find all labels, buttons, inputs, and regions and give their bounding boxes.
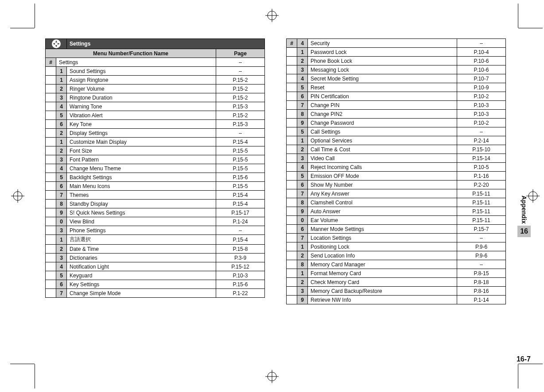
row-number: 0 [297, 216, 308, 225]
col-header-menu: Menu Number/Function Name [46, 49, 216, 58]
table-row: 3DictionariesP.3-9 [46, 254, 265, 262]
row-spacer [46, 85, 56, 93]
row-page: P.10-3 [457, 110, 506, 119]
table-row: 4Notification LightP.15-12 [46, 262, 265, 271]
row-page: – [216, 129, 265, 138]
row-spacer [46, 200, 56, 208]
row-spacer [287, 154, 297, 163]
row-spacer [46, 129, 56, 138]
row-page: P.15-4 [216, 191, 265, 200]
table-row: 2Ringer VolumeP.15-2 [46, 85, 265, 93]
table-row: 2Call Time & CostP.15-10 [287, 145, 506, 154]
table-row: 0View BlindP.1-24 [46, 217, 265, 226]
row-number: 9 [297, 207, 308, 216]
row-name: Location Settings [308, 234, 457, 242]
row-name: Ear Volume [308, 216, 457, 225]
row-number: 3 [297, 154, 308, 163]
row-spacer [46, 226, 56, 235]
row-number: 8 [297, 110, 308, 119]
row-page: P.15-6 [216, 173, 265, 182]
row-spacer [46, 102, 56, 111]
row-page: P.10-5 [457, 163, 506, 172]
row-spacer [46, 289, 56, 298]
row-name: Warning Tone [67, 102, 216, 111]
row-spacer [287, 101, 297, 110]
row-number: 6 [297, 181, 308, 189]
row-number: 7 [297, 101, 308, 110]
row-name: Change Simple Mode [67, 289, 216, 298]
row-spacer [287, 287, 297, 296]
row-page: – [457, 260, 506, 269]
row-number: 2 [297, 251, 308, 260]
settings-table-left: Settings Menu Number/Function Name Page … [45, 38, 265, 298]
table-row: 5Vibration AlertP.15-2 [46, 111, 265, 120]
row-spacer [46, 155, 56, 164]
row-page: P.8-18 [457, 278, 506, 287]
page-number: 16-7 [517, 355, 531, 363]
row-page: P.15-2 [216, 85, 265, 93]
chapter-number: 16 [517, 226, 531, 237]
table-row: 6Key ToneP.15-3 [46, 120, 265, 129]
row-name: Phone Settings [67, 226, 216, 235]
row-page: P.15-5 [216, 164, 265, 173]
row-page: P.3-9 [216, 254, 265, 262]
row-spacer [287, 260, 297, 269]
table-row: 3Font PatternP.15-5 [46, 155, 265, 164]
table-row: 9Retrieve NW InfoP.1-14 [287, 296, 506, 304]
table-row: 3Messaging LockP.10-6 [287, 65, 506, 74]
page-content: Settings Menu Number/Function Name Page … [45, 38, 506, 354]
row-spacer [46, 111, 56, 120]
row-spacer [287, 296, 297, 304]
row-spacer [46, 245, 56, 254]
row-name: Memory Card Backup/Restore [308, 287, 457, 296]
table-row: 8Standby DisplayP.15-4 [46, 200, 265, 208]
row-page: P.15-3 [216, 102, 265, 111]
table-row: 2Phone Book LockP.10-6 [287, 57, 506, 65]
crop-mark [518, 364, 543, 364]
row-spacer [287, 145, 297, 154]
row-page: P.2-20 [457, 181, 506, 189]
row-page: P.15-11 [457, 189, 506, 198]
table-row: 8Memory Card Manager– [287, 260, 506, 269]
table-row: 2Date & TimeP.15-8 [46, 245, 265, 254]
registration-mark-icon [265, 370, 279, 383]
row-spacer [287, 83, 297, 92]
table-row: 7Change Simple ModeP.1-22 [46, 289, 265, 298]
row-spacer [46, 138, 56, 146]
row-name: Key Settings [67, 280, 216, 289]
row-name: Date & Time [67, 245, 216, 254]
row-page: P.15-4 [216, 200, 265, 208]
row-spacer [46, 271, 56, 280]
row-page: P.9-6 [457, 251, 506, 260]
row-page: P.15-2 [216, 93, 265, 102]
row-number: 2 [56, 146, 67, 155]
row-name: Emission OFF Mode [308, 172, 457, 181]
crop-mark [518, 28, 543, 28]
table-row: 5Call Settings– [287, 127, 506, 136]
crop-mark [518, 4, 518, 28]
table-row: 5Backlight SettingsP.15-6 [46, 173, 265, 182]
row-spacer [46, 217, 56, 226]
row-spacer [287, 225, 297, 234]
row-spacer [287, 242, 297, 251]
table-row: 3Phone Settings– [46, 226, 265, 235]
row-number: 9 [297, 296, 308, 304]
row-number: 3 [56, 155, 67, 164]
table-row: 3Ringtone DurationP.15-2 [46, 93, 265, 102]
table-row: 7ThemesP.15-4 [46, 191, 265, 200]
row-page: P.8-15 [457, 269, 506, 278]
row-number: 7 [297, 234, 308, 242]
row-name: Secret Mode Setting [308, 74, 457, 83]
row-root: # [287, 39, 297, 48]
table-row: 8Change PIN2P.10-3 [287, 110, 506, 119]
row-number: 3 [56, 226, 67, 235]
row-name: Key Tone [67, 120, 216, 129]
row-page: P.15-3 [216, 120, 265, 129]
row-name: View Blind [67, 217, 216, 226]
crop-mark [518, 364, 518, 388]
row-spacer [287, 251, 297, 260]
row-spacer [287, 216, 297, 225]
row-spacer [287, 136, 297, 145]
row-page: P.10-4 [457, 48, 506, 57]
row-page: – [216, 67, 265, 76]
